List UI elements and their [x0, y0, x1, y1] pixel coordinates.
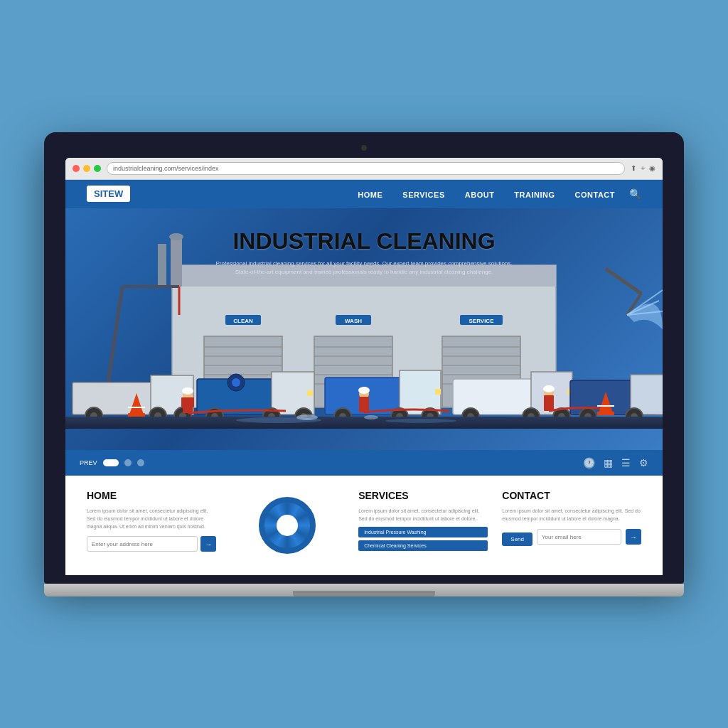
home-section-title: HOME — [87, 490, 216, 501]
service-item-2[interactable]: Chemical Cleaning Services — [358, 540, 488, 551]
hero-title: INDUSTRIAL CLEANING — [232, 228, 495, 255]
nav-about[interactable]: ABOUT — [465, 188, 495, 200]
svg-rect-53 — [400, 370, 441, 414]
svg-rect-78 — [181, 397, 185, 407]
svg-point-86 — [543, 385, 555, 392]
nav-services[interactable]: SERVICES — [402, 188, 444, 200]
url-text: industrialcleaning.com/services/index — [113, 165, 219, 172]
contact-send-button[interactable]: Send — [502, 532, 532, 546]
svg-point-99 — [364, 415, 378, 419]
site-nav: SITEW HOME SERVICES ABOUT TRAINING CONTA… — [65, 180, 663, 208]
traffic-lights — [73, 165, 101, 172]
clock-icon: 🕐 — [583, 457, 595, 469]
pagination-dot-active[interactable] — [103, 459, 119, 466]
svg-point-83 — [358, 387, 370, 394]
nav-contact[interactable]: CONTACT — [575, 188, 615, 200]
svg-rect-60 — [435, 389, 441, 395]
svg-rect-90 — [128, 413, 145, 417]
settings-icon[interactable]: ⚙ — [639, 457, 648, 469]
services-list: Industrial Pressure Washing Chemical Cle… — [358, 527, 488, 551]
svg-point-97 — [385, 419, 456, 423]
pagination-dot-3[interactable] — [137, 459, 144, 466]
browser-icons: ⬆ + ◉ — [631, 164, 655, 172]
services-section-block: SERVICES Lorem ipsum dolor sit amet, con… — [358, 490, 488, 561]
contact-submit-button[interactable]: → — [626, 529, 641, 545]
account-icon[interactable]: ◉ — [649, 164, 655, 172]
nav-training-link[interactable]: TRAINING — [514, 191, 555, 199]
minimize-button[interactable] — [83, 165, 90, 172]
close-button[interactable] — [73, 165, 80, 172]
svg-text:WASH: WASH — [345, 318, 362, 324]
svg-rect-49 — [307, 390, 313, 396]
nav-about-link[interactable]: ABOUT — [465, 191, 495, 199]
browser-window: industrialcleaning.com/services/index ⬆ … — [65, 158, 663, 575]
nav-services-link[interactable]: SERVICES — [402, 191, 444, 199]
services-section-title: SERVICES — [358, 490, 488, 501]
prev-label[interactable]: PREV — [80, 459, 97, 466]
nav-contact-link[interactable]: CONTACT — [575, 191, 615, 199]
svg-rect-2 — [158, 244, 166, 287]
svg-point-4 — [169, 233, 183, 240]
home-input-row: → — [87, 536, 216, 552]
browser-chrome: industrialcleaning.com/services/index ⬆ … — [65, 158, 663, 180]
pagination-right: 🕐 ▦ ☰ ⚙ — [583, 457, 648, 469]
grid-icon[interactable]: ▦ — [604, 457, 613, 469]
service-item-1[interactable]: Industrial Pressure Washing — [358, 527, 488, 537]
svg-rect-95 — [65, 417, 663, 429]
pagination-dot-2[interactable] — [124, 459, 132, 466]
site-logo[interactable]: SITEW — [87, 186, 130, 202]
bottom-section: HOME Lorem ipsum dolor sit amet, consect… — [65, 476, 663, 575]
svg-text:SERVICE: SERVICE — [469, 318, 495, 324]
svg-rect-3 — [171, 237, 182, 287]
svg-point-98 — [296, 414, 318, 420]
contact-section-body: Lorem ipsum dolor sit amet, consectetur … — [502, 507, 641, 523]
menu-icon[interactable]: ☰ — [621, 457, 631, 469]
home-address-input[interactable] — [87, 536, 198, 552]
contact-section-block: CONTACT Lorem ipsum dolor sit amet, cons… — [502, 490, 641, 561]
nav-training[interactable]: TRAINING — [514, 188, 555, 200]
svg-rect-79 — [191, 397, 194, 407]
hero-subtitle: Professional industrial cleaning service… — [186, 259, 542, 277]
pagination-left: PREV — [80, 459, 144, 466]
svg-point-80 — [182, 387, 193, 395]
svg-line-87 — [606, 269, 641, 294]
contact-email-input[interactable] — [537, 529, 621, 545]
laptop-base — [44, 584, 684, 596]
pagination-bar: PREV 🕐 ▦ ☰ ⚙ — [65, 450, 663, 476]
svg-point-51 — [232, 378, 240, 387]
laptop-camera — [361, 145, 367, 151]
svg-rect-82 — [359, 397, 369, 412]
svg-text:CLEAN: CLEAN — [233, 318, 253, 324]
hose-coil-image — [259, 497, 316, 554]
hose-image-block — [230, 490, 344, 561]
svg-rect-93 — [597, 412, 614, 415]
share-icon[interactable]: ⬆ — [631, 164, 636, 172]
contact-section-title: CONTACT — [502, 490, 641, 501]
home-section-body: Lorem ipsum dolor sit amet, consectetur … — [87, 507, 216, 531]
fullscreen-button[interactable] — [94, 165, 101, 172]
services-section-body: Lorem ipsum dolor sit amet, consectetur … — [358, 507, 488, 523]
website: SITEW HOME SERVICES ABOUT TRAINING CONTA… — [65, 180, 663, 575]
add-tab-icon[interactable]: + — [641, 164, 645, 172]
hero-section: INDUSTRIAL CLEANING Professional industr… — [65, 208, 663, 450]
home-section-block: HOME Lorem ipsum dolor sit amet, consect… — [87, 490, 216, 561]
nav-home-link[interactable]: HOME — [358, 191, 382, 199]
laptop-wrapper: industrialcleaning.com/services/index ⬆ … — [44, 132, 684, 596]
nav-links: HOME SERVICES ABOUT TRAINING CONTACT — [358, 188, 615, 200]
nav-home[interactable]: HOME — [358, 188, 382, 200]
laptop-bezel: industrialcleaning.com/services/index ⬆ … — [44, 132, 684, 584]
svg-rect-85 — [544, 395, 554, 411]
search-icon[interactable]: 🔍 — [629, 188, 641, 200]
address-bar[interactable]: industrialcleaning.com/services/index — [107, 162, 625, 175]
home-submit-button[interactable]: → — [200, 536, 216, 552]
